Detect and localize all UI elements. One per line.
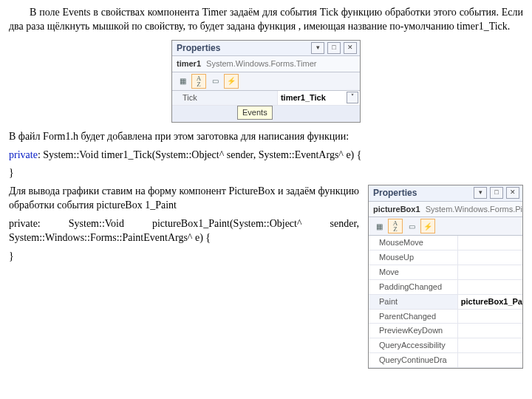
event-name: PaddingChanged <box>369 280 458 294</box>
event-value <box>458 280 522 294</box>
event-value: pictureBox1_Paint <box>458 295 522 309</box>
event-name: Paint <box>369 295 458 309</box>
panel-titlebar: Properties ▾ □ ✕ <box>172 41 360 56</box>
object-name: pictureBox1 <box>373 205 420 214</box>
categorized-icon[interactable]: ▦ <box>372 219 386 233</box>
tooltip-area: Events <box>172 106 360 122</box>
event-name: QueryAccessibility <box>369 338 458 352</box>
event-value <box>458 324 522 338</box>
grid-row[interactable]: Move <box>369 265 522 280</box>
categorized-icon[interactable]: ▦ <box>175 74 190 89</box>
keyword-private: private <box>9 149 38 160</box>
event-name: MouseUp <box>369 250 458 265</box>
panel-toolbar: ▦ AZ ▭ ⚡ <box>172 72 360 91</box>
code1-rest: : System::Void timer1_Tick(System::Objec… <box>38 149 362 160</box>
grid-row[interactable]: QueryContinueDra <box>369 353 522 368</box>
intro-paragraph: В поле Events в свойствах компонента Tim… <box>9 6 523 34</box>
event-value <box>458 353 522 367</box>
panel-titlebar: Properties ▾ □ ✕ <box>369 185 522 201</box>
event-value: timer1_Tick <box>281 93 326 102</box>
tooltip: Events <box>237 106 273 120</box>
close-icon[interactable]: ✕ <box>506 187 519 199</box>
object-type: System.Windows.Forms.Pictur <box>426 205 522 214</box>
dropdown-icon[interactable]: ▾ <box>474 187 487 199</box>
grid-row[interactable]: ParentChanged <box>369 310 522 324</box>
property-grid: MouseMoveMouseUpMovePaddingChangedPaintp… <box>369 236 522 368</box>
alphabetical-icon[interactable]: AZ <box>191 74 206 89</box>
grid-row[interactable]: QueryAccessibility <box>369 338 522 353</box>
event-name: MouseMove <box>369 236 458 250</box>
event-name: Move <box>369 265 458 279</box>
event-name: ParentChanged <box>369 310 458 324</box>
event-name: QueryContinueDra <box>369 353 458 367</box>
object-selector[interactable]: pictureBox1 System.Windows.Forms.Pictur <box>369 202 522 218</box>
panel-toolbar: ▦ AZ ▭ ⚡ <box>369 217 522 236</box>
code-block-1-close: } <box>9 166 523 180</box>
property-grid: Tick timer1_Tick ˅ <box>172 91 360 106</box>
p2: В файл Form1.h будет добавлена при этом … <box>9 130 523 144</box>
event-value <box>458 338 522 352</box>
panel-title: Properties <box>373 187 417 199</box>
pin-icon[interactable]: □ <box>490 187 503 199</box>
panel-title: Properties <box>177 42 220 54</box>
object-type: System.Windows.Forms.Timer <box>206 59 316 68</box>
object-selector[interactable]: timer1 System.Windows.Forms.Timer <box>172 56 360 72</box>
events-icon[interactable]: ⚡ <box>224 74 239 89</box>
dropdown-icon[interactable]: ▾ <box>311 42 324 54</box>
properties-panel-timer: Properties ▾ □ ✕ timer1 System.Windows.F… <box>171 40 361 123</box>
event-name: Tick <box>172 91 278 105</box>
event-value <box>458 236 522 250</box>
event-value <box>458 310 522 324</box>
event-value <box>458 250 522 265</box>
pin-icon[interactable]: □ <box>327 42 341 54</box>
grid-row[interactable]: MouseUp <box>369 250 522 265</box>
event-value <box>458 265 522 279</box>
chevron-down-icon[interactable]: ˅ <box>347 92 358 103</box>
object-name: timer1 <box>177 59 201 68</box>
alphabetical-icon[interactable]: AZ <box>388 219 403 233</box>
properties-icon[interactable]: ▭ <box>404 219 419 233</box>
grid-row[interactable]: PaddingChanged <box>369 280 522 295</box>
code-block-1: private: System::Void timer1_Tick(System… <box>9 149 523 163</box>
properties-panel-picturebox: Properties ▾ □ ✕ pictureBox1 System.Wind… <box>368 185 523 369</box>
grid-row[interactable]: PaintpictureBox1_Paint <box>369 295 522 310</box>
event-name: PreviewKeyDown <box>369 324 458 338</box>
grid-row[interactable]: MouseMove <box>369 236 522 250</box>
close-icon[interactable]: ✕ <box>344 42 357 54</box>
events-icon[interactable]: ⚡ <box>420 219 435 233</box>
grid-row[interactable]: PreviewKeyDown <box>369 324 522 338</box>
properties-icon[interactable]: ▭ <box>208 74 222 89</box>
grid-row-tick[interactable]: Tick timer1_Tick ˅ <box>172 91 360 106</box>
